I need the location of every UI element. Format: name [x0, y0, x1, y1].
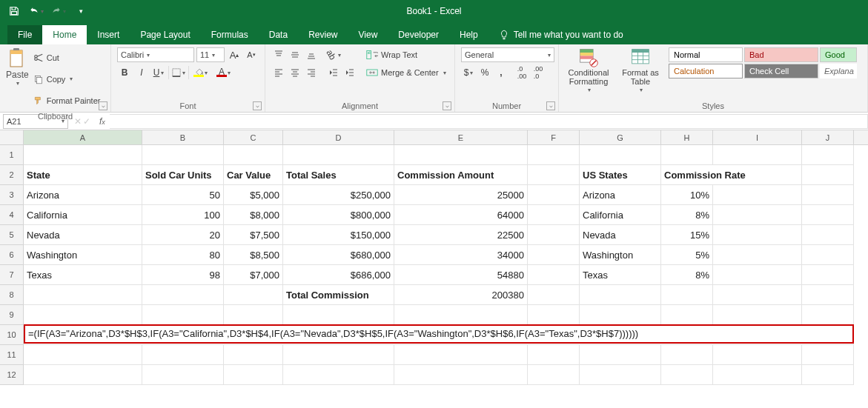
grid-cell[interactable]: $8,000	[224, 205, 283, 225]
grid-cell[interactable]	[713, 285, 802, 305]
grid-cell[interactable]	[283, 305, 394, 325]
grid-cell[interactable]: $7,000	[224, 265, 283, 285]
formula-input[interactable]	[110, 114, 868, 129]
border-button[interactable]: ▾	[171, 65, 186, 80]
grid-cell[interactable]: 10%	[661, 185, 713, 205]
font-size-combo[interactable]: 11▾	[196, 47, 225, 62]
cell-styles-gallery[interactable]: Normal Bad Good Calculation Check Cell E…	[669, 47, 857, 78]
grid-cell[interactable]: 50	[142, 185, 224, 205]
style-calculation[interactable]: Calculation	[669, 64, 743, 78]
col-header-C[interactable]: C	[224, 130, 283, 144]
align-right-button[interactable]	[304, 65, 319, 80]
grid-cell[interactable]	[528, 345, 580, 365]
grid-cell[interactable]	[142, 305, 224, 325]
grid-cell[interactable]	[802, 205, 854, 225]
paste-button[interactable]: Paste ▾	[6, 47, 29, 110]
grid-cell[interactable]	[394, 305, 528, 325]
tab-developer[interactable]: Developer	[388, 25, 449, 44]
grid-cell[interactable]	[528, 145, 580, 165]
decrease-decimal-button[interactable]: .00.0	[531, 65, 546, 80]
number-format-combo[interactable]: General▾	[461, 47, 554, 62]
grid-cell[interactable]	[528, 265, 580, 285]
format-painter-button[interactable]: Format Painter	[33, 90, 101, 110]
grid-cell[interactable]: California	[580, 205, 661, 225]
tab-page-layout[interactable]: Page Layout	[130, 25, 200, 44]
grid-cell[interactable]	[394, 345, 528, 365]
grid-cell[interactable]: 200380	[394, 285, 528, 305]
grid-cell[interactable]	[802, 145, 854, 165]
increase-decimal-button[interactable]: .0.00	[514, 65, 529, 80]
grid-cell[interactable]: 25000	[394, 185, 528, 205]
clipboard-launcher[interactable]: ⌵	[99, 101, 107, 110]
row-header[interactable]: 10	[0, 325, 24, 345]
grid-cell[interactable]: Arizona	[24, 185, 142, 205]
style-bad[interactable]: Bad	[744, 47, 818, 62]
row-header[interactable]: 2	[0, 165, 24, 185]
grid-cell[interactable]	[802, 305, 854, 325]
grid-cell[interactable]	[580, 365, 661, 385]
alignment-launcher[interactable]: ⌵	[443, 101, 451, 110]
grid-cell[interactable]: Total Commission	[283, 285, 394, 305]
grid-cell[interactable]: US States	[580, 165, 661, 185]
grid-cell[interactable]	[142, 285, 224, 305]
copy-button[interactable]: Copy▾	[33, 69, 101, 89]
grid-cell[interactable]	[580, 305, 661, 325]
grid-cell[interactable]: 34000	[394, 245, 528, 265]
enter-formula-button[interactable]: ✓	[83, 116, 90, 127]
grid-cell[interactable]	[713, 145, 802, 165]
redo-button[interactable]: ▾	[49, 2, 68, 20]
grid-cell[interactable]	[661, 145, 713, 165]
grid-cell[interactable]	[802, 185, 854, 205]
grid-cell[interactable]	[142, 345, 224, 365]
tab-formulas[interactable]: Formulas	[201, 25, 259, 44]
grid-cell[interactable]	[528, 185, 580, 205]
underline-button[interactable]: U▾	[151, 65, 166, 80]
tab-insert[interactable]: Insert	[87, 25, 130, 44]
grid-cell[interactable]: Sold Car Units	[142, 165, 224, 185]
grid-cell[interactable]	[142, 145, 224, 165]
percent-format-button[interactable]: %	[477, 65, 492, 80]
grid-cell[interactable]: Texas	[580, 265, 661, 285]
grid-cell[interactable]: Nevada	[24, 225, 142, 245]
grid-cell[interactable]	[713, 185, 802, 205]
grid-cell[interactable]	[528, 285, 580, 305]
cut-button[interactable]: Cut	[33, 47, 101, 67]
grid-cell[interactable]: 5%	[661, 245, 713, 265]
increase-font-button[interactable]: A▴	[227, 47, 242, 62]
grid-cell[interactable]: $5,000	[224, 185, 283, 205]
grid-cell[interactable]	[283, 345, 394, 365]
style-normal[interactable]: Normal	[669, 47, 743, 62]
grid-cell[interactable]: 64000	[394, 205, 528, 225]
grid-cell[interactable]	[713, 265, 802, 285]
font-launcher[interactable]: ⌵	[253, 101, 262, 110]
grid-cell[interactable]	[661, 345, 713, 365]
grid-cell[interactable]	[713, 305, 802, 325]
grid-cell[interactable]	[283, 365, 394, 385]
grid-cell[interactable]	[802, 225, 854, 245]
row-header[interactable]: 5	[0, 225, 24, 245]
grid-cell[interactable]	[528, 305, 580, 325]
grid-cell[interactable]	[24, 285, 142, 305]
grid-cell[interactable]: State	[24, 165, 142, 185]
grid-cell[interactable]	[661, 365, 713, 385]
row-header[interactable]: 4	[0, 205, 24, 225]
qat-customize[interactable]: ▾	[71, 2, 90, 20]
grid-cell[interactable]: 98	[142, 265, 224, 285]
col-header-E[interactable]: E	[394, 130, 528, 144]
grid-cell[interactable]	[802, 265, 854, 285]
decrease-font-button[interactable]: A▾	[244, 47, 259, 62]
grid-cell[interactable]	[713, 365, 802, 385]
grid-cell[interactable]	[142, 365, 224, 385]
align-center-button[interactable]	[288, 65, 302, 80]
wrap-text-button[interactable]: abWrap Text	[366, 47, 446, 62]
tab-view[interactable]: View	[348, 25, 388, 44]
format-as-table-button[interactable]: Format as Table▾	[617, 47, 664, 95]
grid-cell[interactable]: $680,000	[283, 245, 394, 265]
row-header[interactable]: 9	[0, 305, 24, 325]
grid-cell[interactable]	[24, 365, 142, 385]
grid-cell[interactable]	[283, 145, 394, 165]
grid-cell[interactable]: 54880	[394, 265, 528, 285]
grid-cell[interactable]: Car Value	[224, 165, 283, 185]
grid-cell[interactable]: 100	[142, 205, 224, 225]
row-header[interactable]: 1	[0, 145, 24, 165]
